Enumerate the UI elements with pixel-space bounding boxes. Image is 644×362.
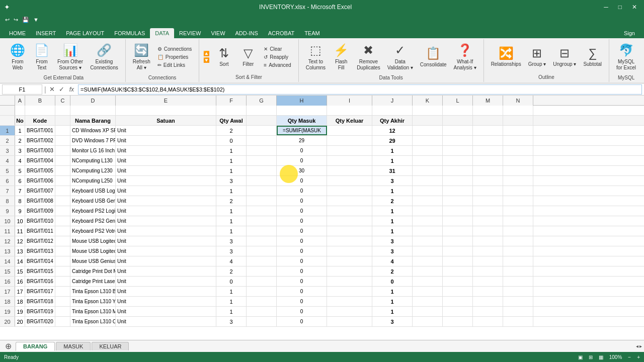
cell-qty-akhir[interactable]: 1 [372,226,413,236]
customize-qa-button[interactable]: ▼ [32,17,40,23]
col-header-g[interactable]: G [247,96,277,106]
cell-extra[interactable] [443,156,473,165]
cell-extra[interactable] [443,176,473,186]
cell-no[interactable]: 20 [15,317,25,326]
cell-qty-keluar[interactable] [327,136,372,145]
cell-no[interactable]: 13 [15,246,25,256]
cell-extra[interactable] [503,277,533,286]
cell-qty-awal[interactable]: 2 [216,266,247,276]
cell-qty-keluar[interactable] [327,216,372,226]
cell-satuan[interactable]: Unit [116,156,216,165]
cell-no[interactable]: 6 [15,176,25,186]
col-header-l[interactable]: L [443,96,473,106]
cell-empty[interactable] [70,106,116,115]
cell-no[interactable]: 12 [15,236,25,246]
cell-qty-akhir[interactable]: 29 [372,136,413,145]
cell-empty[interactable] [443,106,473,115]
cell-empty[interactable] [247,186,277,196]
cell-empty[interactable] [247,287,277,296]
cell-qty-masuk[interactable]: 0 [277,156,327,165]
cell-satuan[interactable]: Unit [116,277,216,286]
consolidate-button[interactable]: 📋 Consolidate [417,44,450,70]
cell-qty-keluar[interactable] [327,287,372,296]
header-cell-qty-awal[interactable]: Qty Awal [216,116,247,125]
cell-kode[interactable]: BRG/IT/007 [25,186,55,196]
cell-empty[interactable] [372,106,413,115]
cell-empty[interactable] [473,106,503,115]
cell-empty[interactable] [55,256,70,266]
cell-kode[interactable]: BRG/IT/002 [25,136,55,145]
add-sheet-button[interactable]: ⊕ [2,341,15,351]
cell-qty-keluar[interactable] [327,146,372,155]
cell-nama[interactable]: Tinta Epson L310 Yellow [70,297,116,306]
cell-qty-masuk[interactable]: 0 [277,297,327,306]
cell-extra[interactable] [443,126,473,135]
cell-qty-keluar[interactable] [327,176,372,186]
cell-qty-akhir[interactable]: 2 [372,196,413,206]
cell-no[interactable]: 1 [15,126,25,135]
cell-extra[interactable] [503,116,533,125]
cell-empty[interactable] [55,156,70,165]
cell-qty-keluar[interactable] [327,166,372,175]
tab-page-layout[interactable]: PAGE LAYOUT [61,28,109,38]
cell-extra[interactable] [503,216,533,226]
cell-nama[interactable]: NComputing L130 [70,156,116,165]
cell-qty-awal[interactable]: 1 [216,307,247,316]
cell-qty-akhir[interactable]: 0 [372,277,413,286]
cell-empty[interactable] [277,106,327,115]
cell-qty-masuk[interactable]: =SUMIF(MASUK [277,126,327,135]
cell-extra[interactable] [443,246,473,256]
existing-connections-button[interactable]: 🔗 ExistingConnections [87,41,121,73]
cell-extra[interactable] [473,317,503,326]
cell-qty-awal[interactable]: 1 [216,226,247,236]
cell-empty[interactable] [55,106,70,115]
cell-empty[interactable] [55,136,70,145]
sort-az-button[interactable]: 🔼 [203,51,209,56]
cell-empty[interactable] [247,206,277,216]
header-cell-satuan[interactable]: Satuan [116,116,216,125]
cell-qty-keluar[interactable] [327,256,372,266]
cell-nama[interactable]: Mouse USB Logitech M-100R [70,246,116,256]
cell-nama[interactable]: Catridge Print Dot Matrix [70,266,116,276]
cell-extra[interactable] [503,206,533,216]
cell-qty-awal[interactable]: 2 [216,126,247,135]
cell-extra[interactable] [473,206,503,216]
filter-button[interactable]: ▽ Filter [236,44,260,70]
cell-extra[interactable] [503,246,533,256]
cell-empty[interactable] [247,226,277,236]
cell-kode[interactable]: BRG/IT/017 [25,287,55,296]
advanced-button[interactable]: ≡ Advanced [261,61,294,69]
cell-extra[interactable] [443,186,473,196]
cell-extra[interactable] [503,236,533,246]
cell-qty-akhir[interactable]: 1 [372,307,413,316]
cell-satuan[interactable]: Unit [116,307,216,316]
cell-extra[interactable] [473,186,503,196]
cell-kode[interactable]: BRG/IT/015 [25,266,55,276]
cell-extra[interactable] [443,116,473,125]
col-header-h[interactable]: H [277,96,327,106]
cell-qty-akhir[interactable]: 1 [372,206,413,216]
col-header-m[interactable]: M [473,96,503,106]
cell-qty-awal[interactable]: 3 [216,176,247,186]
cell-empty[interactable] [25,106,55,115]
header-cell-qty-masuk[interactable]: Qty Masuk [277,116,327,125]
cell-extra[interactable] [503,126,533,135]
cell-satuan[interactable]: Unit [116,206,216,216]
col-header-f[interactable]: F [216,96,247,106]
col-header-n[interactable]: N [503,96,533,106]
cell-empty[interactable] [55,307,70,316]
normal-view-button[interactable]: ▣ [578,354,583,360]
cell-qty-keluar[interactable] [327,297,372,306]
cell-empty[interactable] [503,106,533,115]
cell-kode[interactable]: BRG/IT/004 [25,156,55,165]
cell-qty-awal[interactable]: 3 [216,317,247,326]
cell-extra[interactable] [473,297,503,306]
ungroup-button[interactable]: ⊟ Ungroup ▾ [550,44,579,70]
cell-extra[interactable] [413,156,443,165]
cell-kode[interactable]: BRG/IT/011 [25,226,55,236]
cell-qty-awal[interactable]: 1 [216,186,247,196]
cell-empty[interactable] [55,126,70,135]
cell-nama[interactable]: Tinta Epson L310 Cyan [70,317,116,326]
subtotal-button[interactable]: ∑ Subtotal [580,44,605,70]
cell-no[interactable]: 14 [15,256,25,266]
